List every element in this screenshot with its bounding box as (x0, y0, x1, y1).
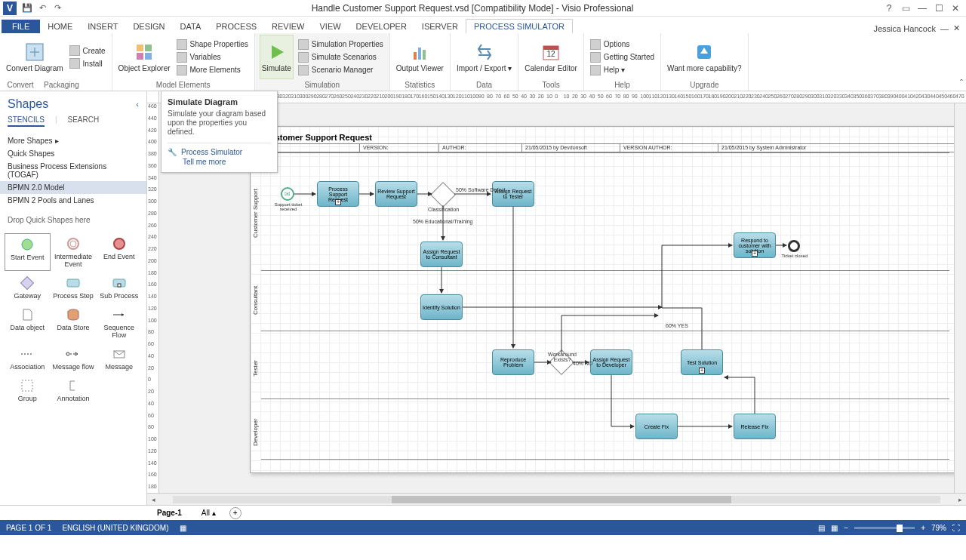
simulate-button[interactable]: Simulate (260, 35, 294, 79)
shape-message[interactable]: Message (96, 343, 142, 374)
import-export-button[interactable]: Import / Export ▾ (455, 35, 513, 79)
close-icon[interactable]: ✕ (948, 2, 963, 14)
shape-process-step[interactable]: Process Step (51, 272, 97, 303)
view-presentation-icon[interactable]: ▤ (818, 524, 825, 532)
vertical-scrollbar[interactable] (954, 103, 966, 493)
collapse-shapes-icon[interactable]: ‹ (136, 100, 139, 109)
scroll-thumb[interactable] (392, 496, 731, 503)
shape-sub-process[interactable]: Sub Process (96, 272, 142, 303)
task-identify-solution[interactable]: Identify Solution (420, 294, 463, 320)
tab-developer[interactable]: DEVELOPER (349, 20, 414, 33)
end-event[interactable] (788, 240, 800, 252)
file-tab[interactable]: FILE (2, 20, 40, 33)
task-release-fix[interactable]: Release Fix (734, 414, 776, 439)
shape-end-event[interactable]: End Event (96, 233, 142, 271)
shape-properties-button[interactable]: Shape Properties (175, 38, 250, 51)
task-assign-tester[interactable]: Assign Request to Tester (492, 181, 534, 207)
help-icon[interactable]: ? (881, 2, 897, 14)
stencil-item[interactable]: BPMN 2.0 Model (0, 181, 146, 194)
shape-message-flow[interactable]: Message flow (51, 343, 97, 374)
pool-title[interactable]: Customer Support Request (264, 133, 372, 142)
stencils-tab[interactable]: STENCILS (8, 115, 45, 127)
shape-intermediate-event[interactable]: Intermediate Event (51, 233, 97, 271)
tab-design[interactable]: DESIGN (125, 20, 172, 33)
undo-icon[interactable]: ↶ (36, 2, 48, 14)
install-button[interactable]: Install (68, 57, 107, 69)
shape-group[interactable]: Group (5, 375, 51, 405)
shape-data-object[interactable]: Data object (5, 304, 51, 342)
scroll-left-icon[interactable]: ◂ (147, 496, 159, 503)
shape-sequence-flow[interactable]: Sequence Flow (96, 304, 142, 342)
user-name[interactable]: Jessica Hancock (873, 24, 936, 33)
diagram-page[interactable]: Customer Support Request VERSION: AUTHOR… (250, 126, 954, 473)
shape-annotation[interactable]: Annotation (51, 375, 97, 405)
page-tab-1[interactable]: Page-1 (151, 507, 188, 518)
ribbon-options-icon[interactable]: ▭ (898, 2, 913, 14)
create-button[interactable]: Create (68, 45, 107, 57)
tooltip-link[interactable]: 🔧 Process Simulator (168, 148, 271, 156)
tab-insert[interactable]: INSERT (80, 20, 125, 33)
scroll-right-icon[interactable]: ▸ (954, 496, 966, 503)
tab-process[interactable]: PROCESS (208, 20, 264, 33)
redo-icon[interactable]: ↷ (51, 2, 63, 14)
more-shapes-item[interactable]: More Shapes▸ (0, 134, 146, 147)
task-create-fix[interactable]: Create Fix (635, 414, 678, 439)
horizontal-scrollbar[interactable]: ◂ ▸ (147, 493, 966, 505)
save-icon[interactable]: 💾 (21, 2, 33, 14)
options-button[interactable]: Options (589, 38, 656, 51)
tab-process-simulator[interactable]: PROCESS SIMULATOR (466, 19, 573, 33)
task-respond-customer[interactable]: Respond to customer with solution+ (734, 232, 776, 258)
minimize-icon[interactable]: — (915, 2, 930, 14)
user-close-icon[interactable]: ✕ (953, 23, 960, 33)
shape-start-event[interactable]: Start Event (5, 233, 51, 271)
lane-customer-support[interactable]: Customer Support (252, 168, 259, 259)
gateway-classification[interactable] (430, 182, 456, 208)
maximize-icon[interactable]: ☐ (931, 2, 946, 14)
shape-association[interactable]: Association (5, 343, 51, 374)
stencil-item[interactable]: Quick Shapes (0, 147, 146, 160)
zoom-level[interactable]: 79% (931, 524, 946, 532)
macro-icon[interactable]: ▦ (180, 524, 186, 532)
object-explorer-button[interactable]: Object Explorer (117, 35, 172, 79)
zoom-out-icon[interactable]: − (844, 524, 848, 532)
canvas[interactable]: Customer Support Request VERSION: AUTHOR… (159, 103, 954, 493)
lane-consultant[interactable]: Consultant (252, 274, 259, 327)
status-language[interactable]: ENGLISH (UNITED KINGDOM) (62, 524, 168, 532)
tab-iserver[interactable]: ISERVER (414, 20, 466, 33)
task-process-support[interactable]: Process Support Request+ (317, 181, 359, 207)
stencil-item[interactable]: BPMN 2 Pools and Lanes (0, 194, 146, 207)
task-review-support[interactable]: Review Support Request (375, 181, 417, 207)
add-page-button[interactable]: + (229, 507, 242, 519)
zoom-slider[interactable] (854, 527, 915, 529)
tab-data[interactable]: DATA (173, 20, 209, 33)
zoom-in-icon[interactable]: + (921, 524, 925, 532)
page-tab-all[interactable]: All ▴ (195, 507, 222, 518)
start-event[interactable] (281, 187, 294, 201)
convert-diagram-button[interactable]: Convert Diagram (5, 35, 65, 79)
tab-home[interactable]: HOME (40, 20, 80, 33)
task-assign-developer[interactable]: Assign Request to Developer (590, 349, 632, 375)
calendar-editor-button[interactable]: 12 Calendar Editor (523, 35, 578, 79)
variables-button[interactable]: Variables (175, 51, 250, 63)
shape-gateway[interactable]: Gateway (5, 272, 51, 303)
task-reproduce-problem[interactable]: Reproduce Problem (492, 349, 534, 375)
stencil-item[interactable]: Business Process Extensions (TOGAF) (0, 160, 146, 181)
output-viewer-button[interactable]: Output Viewer (395, 35, 445, 79)
help-button[interactable]: Help ▾ (589, 64, 656, 76)
tab-view[interactable]: VIEW (312, 20, 348, 33)
shape-data-store[interactable]: Data Store (51, 304, 97, 342)
tab-review[interactable]: REVIEW (264, 20, 312, 33)
tooltip-tell-more[interactable]: Tell me more (183, 158, 271, 166)
getting-started-button[interactable]: Getting Started (589, 51, 656, 63)
search-tab[interactable]: SEARCH (68, 115, 100, 127)
upgrade-button[interactable]: Want more capability? (666, 35, 743, 79)
lane-tester[interactable]: Tester (252, 338, 259, 398)
simulate-scenarios-button[interactable]: Simulate Scenarios (297, 51, 385, 63)
task-assign-consultant[interactable]: Assign Request to Consultant (420, 242, 463, 267)
simulation-properties-button[interactable]: Simulation Properties (297, 38, 385, 51)
fit-window-icon[interactable]: ⛶ (952, 524, 960, 532)
task-test-solution[interactable]: Test Solution+ (681, 349, 723, 375)
user-minimize-icon[interactable]: — (940, 24, 949, 33)
scenario-manager-button[interactable]: Scenario Manager (297, 64, 385, 76)
more-elements-button[interactable]: More Elements (175, 64, 250, 76)
